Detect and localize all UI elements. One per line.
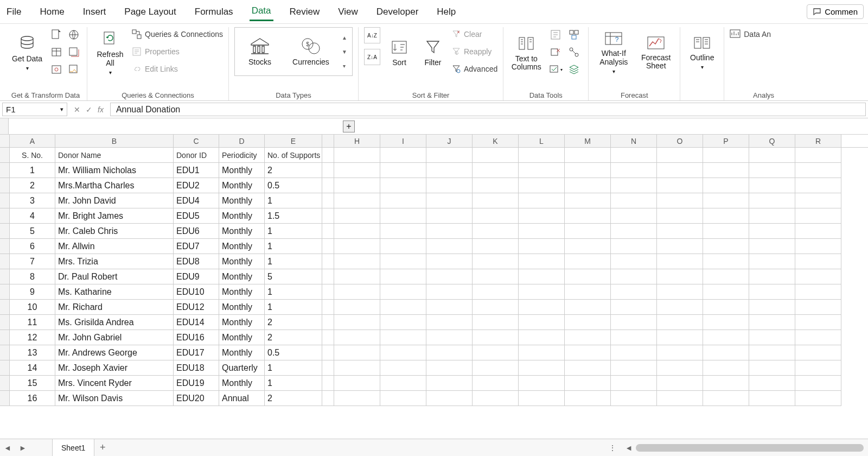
cell[interactable]: [519, 239, 565, 254]
cell[interactable]: [657, 284, 703, 300]
cell[interactable]: [473, 345, 519, 360]
cell[interactable]: [703, 269, 749, 284]
menu-file[interactable]: File: [4, 3, 23, 21]
cell[interactable]: [565, 239, 611, 254]
cell[interactable]: [657, 224, 703, 239]
cell[interactable]: [703, 376, 749, 391]
cell[interactable]: Mr. Allwin: [55, 239, 174, 254]
cell[interactable]: [380, 193, 426, 208]
flash-fill-button[interactable]: [548, 27, 563, 42]
column-header[interactable]: C: [174, 135, 219, 147]
cell[interactable]: [334, 208, 380, 224]
gallery-up-button[interactable]: ▲: [340, 33, 349, 42]
cell[interactable]: [657, 148, 703, 163]
cell[interactable]: [380, 284, 426, 300]
row-number[interactable]: [0, 391, 10, 406]
cell[interactable]: [795, 391, 841, 406]
cell[interactable]: [334, 269, 380, 284]
cell[interactable]: [657, 300, 703, 315]
cell[interactable]: [380, 345, 426, 360]
cell[interactable]: EDU4: [174, 193, 219, 208]
row-number[interactable]: [0, 300, 10, 315]
cell[interactable]: [322, 391, 334, 406]
cell[interactable]: [795, 224, 841, 239]
cell[interactable]: 14: [10, 360, 55, 376]
menu-review[interactable]: Review: [288, 3, 322, 21]
cell[interactable]: [565, 360, 611, 376]
cell[interactable]: [380, 148, 426, 163]
cell[interactable]: 11: [10, 315, 55, 330]
cell[interactable]: [473, 163, 519, 178]
cell[interactable]: [519, 360, 565, 376]
cell[interactable]: [519, 315, 565, 330]
cell[interactable]: Mr. Wilson Davis: [55, 391, 174, 406]
data-validation-button[interactable]: ▾: [548, 62, 563, 77]
cell[interactable]: [565, 315, 611, 330]
cell[interactable]: [322, 163, 334, 178]
cell[interactable]: S. No.: [10, 148, 55, 163]
cell[interactable]: 5: [10, 224, 55, 239]
stocks-button[interactable]: Stocks: [238, 30, 282, 73]
cell[interactable]: Mr. Andrews George: [55, 345, 174, 360]
cell[interactable]: [473, 391, 519, 406]
cells-area[interactable]: S. No.Donor NameDonor IDPeriodicityNo. o…: [10, 148, 841, 406]
cell[interactable]: [749, 284, 795, 300]
cell[interactable]: [565, 330, 611, 345]
menu-view[interactable]: View: [336, 3, 360, 21]
row-number[interactable]: [0, 163, 10, 178]
column-header[interactable]: D: [219, 135, 265, 147]
manage-data-model-button[interactable]: [566, 62, 582, 77]
cell[interactable]: Monthly: [219, 376, 265, 391]
cell[interactable]: [519, 254, 565, 269]
gallery-down-button[interactable]: ▼: [340, 47, 349, 56]
cell[interactable]: [380, 360, 426, 376]
cell[interactable]: EDU19: [174, 376, 219, 391]
cell[interactable]: [322, 178, 334, 193]
cell[interactable]: [565, 148, 611, 163]
cell[interactable]: [473, 193, 519, 208]
cell[interactable]: [322, 345, 334, 360]
cell[interactable]: [473, 178, 519, 193]
cell[interactable]: [565, 193, 611, 208]
cell[interactable]: [473, 330, 519, 345]
column-header[interactable]: E: [265, 135, 322, 147]
relationships-button[interactable]: [566, 45, 582, 60]
cell[interactable]: [795, 254, 841, 269]
cell[interactable]: [322, 360, 334, 376]
cell[interactable]: [473, 315, 519, 330]
cell[interactable]: [426, 391, 473, 406]
cell[interactable]: [519, 269, 565, 284]
sheet-tab[interactable]: Sheet1: [52, 439, 94, 456]
cell[interactable]: EDU5: [174, 208, 219, 224]
cell[interactable]: 0.5: [265, 178, 322, 193]
cell[interactable]: [565, 391, 611, 406]
cell[interactable]: [426, 193, 473, 208]
column-header[interactable]: H: [334, 135, 380, 147]
currencies-button[interactable]: $ Currencies: [289, 30, 333, 73]
cell[interactable]: EDU12: [174, 300, 219, 315]
cell[interactable]: EDU6: [174, 224, 219, 239]
cell[interactable]: [703, 148, 749, 163]
cell[interactable]: Mr. John David: [55, 193, 174, 208]
cell[interactable]: Mrs.Martha Charles: [55, 178, 174, 193]
cell[interactable]: [749, 300, 795, 315]
cell[interactable]: [749, 178, 795, 193]
cell[interactable]: [322, 148, 334, 163]
cell[interactable]: [795, 178, 841, 193]
cell[interactable]: 5: [265, 269, 322, 284]
column-header[interactable]: Q: [749, 135, 795, 147]
cell[interactable]: [473, 376, 519, 391]
cell[interactable]: EDU1: [174, 163, 219, 178]
cell[interactable]: [334, 178, 380, 193]
cell[interactable]: [426, 345, 473, 360]
cell[interactable]: [703, 163, 749, 178]
cell[interactable]: [380, 163, 426, 178]
cell[interactable]: [795, 284, 841, 300]
horizontal-scrollbar[interactable]: [636, 444, 864, 452]
row-number[interactable]: [0, 193, 10, 208]
cell[interactable]: [519, 376, 565, 391]
row-number[interactable]: [0, 345, 10, 360]
cell[interactable]: Dr. Paul Robert: [55, 269, 174, 284]
cell[interactable]: 1: [10, 163, 55, 178]
cell[interactable]: [611, 148, 657, 163]
